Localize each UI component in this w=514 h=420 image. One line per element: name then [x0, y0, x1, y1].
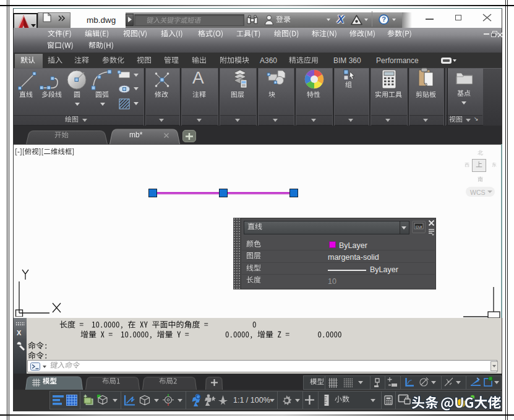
- svg-text:?: ?: [382, 15, 386, 23]
- svg-text:CUI: CUI: [416, 225, 422, 229]
